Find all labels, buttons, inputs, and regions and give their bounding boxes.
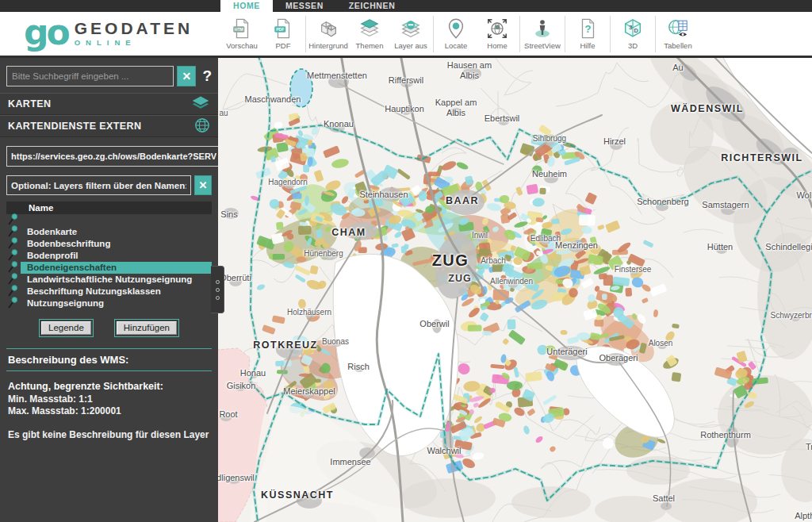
layer-name: Landwirtschaftliche Nutzungseignung xyxy=(21,274,212,286)
toolbar-button-hintergrund[interactable]: Hintergrund xyxy=(308,15,349,53)
cube-3d-icon: 3 D xyxy=(622,17,644,40)
search-input[interactable] xyxy=(6,66,174,86)
background-icon xyxy=(317,17,339,40)
toolbar-group: HTM Vorschau PDF PDF xyxy=(221,15,304,53)
tab-home[interactable]: HOME xyxy=(220,0,273,12)
search-help-button[interactable]: ? xyxy=(202,67,212,85)
toolbar-button-label: Hintergrund xyxy=(308,41,348,50)
logo-mark: go xyxy=(24,17,68,48)
locate-icon xyxy=(445,17,467,40)
legende-button-label: Legende xyxy=(41,321,91,335)
sidebar-section-karten[interactable]: KARTEN xyxy=(0,93,218,115)
toolbar-button-home[interactable]: Home xyxy=(477,15,518,53)
tab-zeichnen[interactable]: ZEICHNEN xyxy=(336,0,408,12)
tab-messen[interactable]: MESSEN xyxy=(273,0,336,12)
max-scale-text: Max. Massstab: 1:200001 xyxy=(8,405,210,416)
layer-name: Bodenkarte xyxy=(21,226,212,238)
globe-icon xyxy=(194,117,210,136)
layer-row-nutzungseignung[interactable]: Nutzungseignung xyxy=(6,297,212,309)
streetview-icon xyxy=(531,17,553,40)
handle-dot xyxy=(216,296,220,300)
sidebar-section-kartendienste-extern[interactable]: KARTENDIENSTE EXTERN xyxy=(0,115,218,137)
toolbar-button-3d[interactable]: 3 D 3D xyxy=(612,15,653,53)
header-row: go GEODATEN ONLINE HTM Vorschau PDF PDF … xyxy=(0,12,812,56)
toolbar-button-pdf[interactable]: PDF PDF xyxy=(262,15,304,53)
toolbar-divider xyxy=(655,16,656,52)
section-label: KARTENDIENSTE EXTERN xyxy=(8,121,141,132)
toolbar-group: Hintergrund Themen Layer aus xyxy=(308,15,431,53)
wms-url-select[interactable]: https://services.geo.zg.ch/ows/Bodenkart… xyxy=(6,146,218,167)
layer-filter-row: ✕ xyxy=(6,175,212,195)
hinzufuegen-button[interactable]: Hinzufügen xyxy=(114,319,179,337)
divider xyxy=(6,370,212,371)
tables-icon xyxy=(667,17,689,40)
svg-text:3: 3 xyxy=(629,23,632,30)
toolbar-button-label: Locate xyxy=(445,41,468,50)
toolbar-button-label: StreetView xyxy=(524,41,561,50)
toolbar-button-vorschau[interactable]: HTM Vorschau xyxy=(221,15,262,53)
toolbar-button-locate[interactable]: Locate xyxy=(435,15,477,53)
divider xyxy=(6,348,212,349)
sidebar: ✕ ? KARTEN KARTENDIENSTE EXTERN xyxy=(0,58,218,522)
toolbar-button-themen[interactable]: Themen xyxy=(349,15,390,53)
layer-row-bodenkarte[interactable]: Bodenkarte xyxy=(6,226,212,238)
layer-pin-icon xyxy=(8,297,21,311)
toolbar-button-layer-aus[interactable]: Layer aus xyxy=(390,15,431,53)
toolbar-group: 3 D 3D xyxy=(612,15,653,53)
layer-row[interactable] xyxy=(6,214,212,226)
toolbar-button-label: Vorschau xyxy=(226,41,258,50)
toolbar-button-label: Home xyxy=(487,41,507,50)
wms-description-title: Beschreibung des WMS: xyxy=(8,354,210,366)
toolbar-button-label: PDF xyxy=(276,41,291,50)
help-icon: ? xyxy=(576,17,599,40)
layer-row-beschriftung-nutzungsklassen[interactable]: Beschriftung Nutzungsklassen xyxy=(6,286,212,297)
pdf-icon: PDF xyxy=(272,17,294,40)
toolbar-button-tabellen[interactable]: Tabellen xyxy=(657,15,699,53)
visibility-warning-title: Achtung, begrenzte Sichtbarkeit: xyxy=(8,381,210,392)
hinzufuegen-button-label: Hinzufügen xyxy=(117,321,177,335)
toolbar-button-label: 3D xyxy=(628,41,638,50)
toolbar-group: Tabellen xyxy=(657,15,699,53)
handle-dot xyxy=(216,280,220,284)
layer-row-bodenbeschriftung[interactable]: Bodenbeschriftung xyxy=(6,238,212,250)
wms-url-row: https://services.geo.zg.ch/ows/Bodenkart… xyxy=(6,145,212,167)
layer-row-bodenprofil[interactable]: Bodenprofil xyxy=(6,250,212,262)
toolbar-group: ? Hilfe xyxy=(567,15,608,53)
toolbar: HTM Vorschau PDF PDF Hintergrund Themen … xyxy=(218,12,812,56)
toolbar-button-hilfe[interactable]: ? Hilfe xyxy=(567,15,608,53)
toolbar-group: StreetView xyxy=(522,15,563,53)
logo-title: GEODATEN xyxy=(75,21,193,36)
layer-name: Bodenbeschriftung xyxy=(21,238,212,250)
toolbar-divider xyxy=(519,16,520,52)
svg-text:D: D xyxy=(634,26,638,33)
clear-filter-button[interactable]: ✕ xyxy=(194,175,212,195)
layers-icon xyxy=(191,95,210,113)
sidebar-collapse-handle[interactable] xyxy=(211,266,224,313)
toolbar-divider xyxy=(433,16,434,52)
layer-table: Name Bodenkarte Bodenbeschriftung Bodenp… xyxy=(6,202,212,309)
toolbar-button-streetview[interactable]: StreetView xyxy=(522,15,563,53)
map-canvas[interactable]: MettmenstettenRifferswilHausen am AlbisM… xyxy=(218,58,812,522)
layer-filter-input[interactable] xyxy=(6,175,191,195)
layer-actions: Legende Hinzufügen xyxy=(0,319,218,337)
themes-icon xyxy=(358,17,381,40)
svg-text:PDF: PDF xyxy=(276,26,284,31)
section-label: KARTEN xyxy=(8,98,51,109)
wms-url-value: https://services.geo.zg.ch/ows/Bodenkart… xyxy=(11,152,216,161)
layer-row-landwirtschaftliche-nutzungseignung[interactable]: Landwirtschaftliche Nutzungseignung xyxy=(6,274,212,286)
tab-bar: HOMEMESSENZEICHNEN xyxy=(0,0,812,12)
no-description-text: Es gibt keine Beschreibung für diesen La… xyxy=(8,429,210,440)
toolbar-divider xyxy=(305,16,306,52)
layer-name xyxy=(21,214,212,226)
layer-name: Nutzungseignung xyxy=(21,297,212,309)
home-globe-icon xyxy=(486,17,508,40)
layer-table-header: Name xyxy=(6,202,212,214)
handle-dot xyxy=(216,288,220,292)
svg-text:HTM: HTM xyxy=(235,26,243,31)
layer-row-bodeneigenschaften[interactable]: Bodeneigenschaften xyxy=(6,262,212,274)
toolbar-divider xyxy=(565,16,565,52)
legende-button[interactable]: Legende xyxy=(39,319,94,337)
toolbar-button-label: Layer aus xyxy=(394,41,427,50)
clear-search-button[interactable]: ✕ xyxy=(177,66,196,86)
layers-off-icon xyxy=(400,17,422,40)
